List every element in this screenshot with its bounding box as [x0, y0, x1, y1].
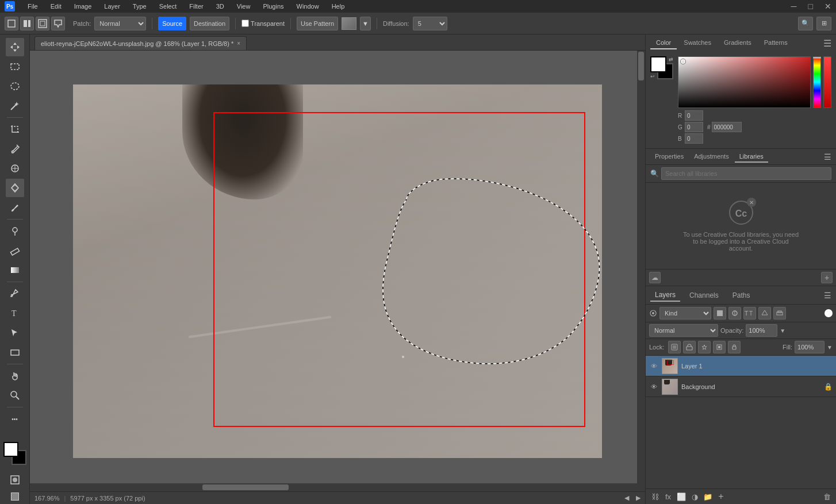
clone-stamp-tool[interactable]: [6, 222, 24, 240]
background-visibility-toggle[interactable]: 👁: [649, 383, 658, 390]
tool-icon-1[interactable]: [5, 17, 18, 30]
layer-mask-btn[interactable]: ⬜: [676, 491, 687, 502]
menu-3d[interactable]: 3D: [214, 2, 227, 11]
layer-new-btn[interactable]: +: [715, 491, 727, 502]
close-btn[interactable]: ✕: [825, 2, 831, 11]
r-input[interactable]: [685, 110, 703, 121]
layer-item-layer1[interactable]: 👁 Layer 1: [646, 356, 836, 376]
tab-close-btn[interactable]: ×: [237, 40, 240, 47]
canvas-image[interactable]: .marching-ants { fill: none; stroke: whi…: [73, 84, 602, 458]
text-tool[interactable]: T: [6, 304, 24, 322]
eyedropper-tool[interactable]: [6, 140, 24, 158]
pen-tool[interactable]: [6, 284, 24, 303]
maximize-btn[interactable]: □: [808, 2, 813, 11]
path-selection-tool[interactable]: [6, 324, 24, 342]
magic-wand-tool[interactable]: [6, 97, 24, 115]
lock-position-btn[interactable]: [698, 341, 711, 353]
tab-libraries[interactable]: Libraries: [735, 151, 768, 163]
document-tab[interactable]: eliott-reyna-jCEpN62oWL4-unsplash.jpg @ …: [34, 36, 247, 50]
menu-view[interactable]: View: [235, 2, 253, 11]
layer-filter-type[interactable]: T T: [743, 307, 756, 320]
menu-edit[interactable]: Edit: [48, 2, 64, 11]
lock-artboard-btn[interactable]: [713, 341, 726, 353]
rectangular-marquee-tool[interactable]: [6, 57, 24, 76]
layers-panel-menu[interactable]: ☰: [824, 291, 831, 300]
layer-link-btn[interactable]: ⛓: [649, 491, 661, 502]
tool-icon-3[interactable]: [36, 17, 49, 30]
foreground-color[interactable]: [3, 442, 18, 457]
layer-filter-pixel[interactable]: [714, 307, 726, 320]
libraries-add-btn[interactable]: +: [821, 272, 833, 283]
libraries-cloud-btn[interactable]: ☁: [649, 272, 661, 283]
minimize-btn[interactable]: ─: [791, 2, 797, 11]
panel-menu-btn[interactable]: ☰: [823, 38, 831, 49]
blend-mode-select[interactable]: Normal: [649, 324, 718, 337]
vertical-scrollbar-thumb[interactable]: [638, 52, 644, 80]
transparent-checkbox[interactable]: [241, 20, 249, 27]
tab-color[interactable]: Color: [650, 37, 677, 49]
tool-icon-2[interactable]: [20, 17, 34, 30]
opacity-dropdown[interactable]: ▼: [780, 328, 785, 334]
color-gradient-box[interactable]: [678, 56, 811, 108]
search-btn[interactable]: 🔍: [798, 17, 813, 30]
hex-input[interactable]: [712, 122, 742, 132]
hand-tool[interactable]: [6, 367, 24, 385]
fg-bg-colors[interactable]: [3, 442, 26, 465]
layers-tab-paths[interactable]: Paths: [728, 290, 755, 301]
source-button[interactable]: Source: [158, 17, 186, 30]
zoom-tool[interactable]: [6, 386, 24, 405]
menu-window[interactable]: Window: [294, 2, 321, 11]
prop-panel-menu[interactable]: ☰: [824, 152, 831, 161]
opacity-input[interactable]: [746, 324, 777, 337]
layer-filter-smart[interactable]: [773, 307, 786, 320]
quick-mask-btn[interactable]: [6, 471, 24, 489]
hue-slider[interactable]: [813, 56, 821, 108]
move-tool[interactable]: [6, 38, 24, 56]
use-pattern-button[interactable]: Use Pattern: [297, 17, 338, 30]
screen-mode-btn[interactable]: [11, 493, 19, 501]
layer-filter-shape[interactable]: [758, 307, 771, 320]
horizontal-scrollbar[interactable]: [30, 483, 637, 491]
shape-tool[interactable]: [6, 343, 24, 361]
layer-group-btn[interactable]: 📁: [702, 491, 714, 502]
lock-all-btn[interactable]: [728, 341, 741, 353]
crop-tool[interactable]: [6, 120, 24, 138]
menu-type[interactable]: Type: [131, 2, 149, 11]
status-prev-btn[interactable]: ◀: [624, 494, 629, 502]
layer-adjustment-btn[interactable]: ◑: [689, 491, 700, 502]
menu-help[interactable]: Help: [329, 2, 347, 11]
b-input[interactable]: [685, 133, 703, 144]
menu-plugins[interactable]: Plugins: [260, 2, 286, 11]
alpha-bar[interactable]: [823, 56, 831, 108]
tab-gradients[interactable]: Gradients: [718, 37, 757, 49]
tab-swatches[interactable]: Swatches: [678, 37, 717, 49]
menu-select[interactable]: Select: [157, 2, 179, 11]
menu-file[interactable]: File: [25, 2, 40, 11]
eraser-tool[interactable]: [6, 241, 24, 260]
tool-icon-4[interactable]: [51, 17, 65, 30]
layer-delete-btn[interactable]: 🗑: [821, 491, 833, 502]
workspace-btn[interactable]: ⊞: [816, 17, 831, 30]
g-input[interactable]: [685, 122, 703, 132]
menu-layer[interactable]: Layer: [102, 2, 122, 11]
vertical-scrollbar[interactable]: [637, 51, 645, 483]
libraries-search-input[interactable]: [661, 167, 831, 180]
pattern-dropdown-btn[interactable]: ▼: [360, 17, 371, 30]
layer-filter-toggle[interactable]: [825, 309, 833, 317]
patch-mode-select[interactable]: Normal: [94, 17, 146, 30]
layers-tab-channels[interactable]: Channels: [685, 290, 723, 301]
layer-filter-adjust[interactable]: [728, 307, 741, 320]
menu-filter[interactable]: Filter: [187, 2, 205, 11]
canvas-viewport[interactable]: .marching-ants { fill: none; stroke: whi…: [30, 51, 645, 491]
lasso-tool[interactable]: [6, 77, 24, 95]
reset-colors-btn[interactable]: ↩: [650, 74, 655, 79]
destination-button[interactable]: Destination: [190, 17, 229, 30]
layers-tab-layers[interactable]: Layers: [650, 289, 680, 302]
status-next-btn[interactable]: ▶: [636, 494, 641, 502]
fill-dropdown[interactable]: ▼: [827, 344, 833, 351]
layer-item-background[interactable]: 👁 Background 🔒: [646, 376, 836, 397]
lock-pixels-btn[interactable]: [668, 341, 681, 353]
transparent-checkbox-label[interactable]: Transparent: [241, 20, 285, 27]
tab-adjustments[interactable]: Adjustments: [689, 151, 734, 163]
horizontal-scrollbar-thumb[interactable]: [202, 484, 289, 490]
